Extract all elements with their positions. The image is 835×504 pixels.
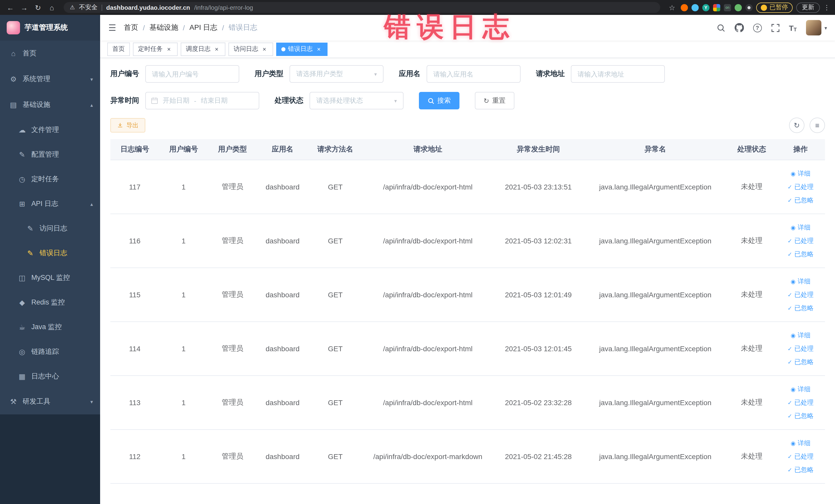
close-icon[interactable]: ×: [213, 45, 220, 53]
hamburger-icon[interactable]: ☰: [108, 22, 116, 33]
tab[interactable]: 访问日志 ×: [228, 42, 273, 56]
log-icon: ⊞: [18, 200, 27, 208]
close-icon[interactable]: ×: [315, 45, 322, 53]
breadcrumb: 首页 / 基础设施 / API 日志 / 错误日志: [124, 23, 258, 32]
sidebar-item-log-center[interactable]: ▦ 日志中心: [0, 364, 100, 389]
fullscreen-icon[interactable]: [771, 23, 779, 32]
detail-link[interactable]: ◉ 详细: [778, 167, 823, 180]
back-icon[interactable]: ←: [5, 2, 15, 13]
mark-processed-link[interactable]: ✓ 已处理: [778, 342, 823, 355]
extension-blue-drop-icon[interactable]: [692, 4, 699, 11]
cell-exception-time: 2021-05-03 12:01:45: [493, 321, 584, 375]
mark-processed-link[interactable]: ✓ 已处理: [778, 449, 823, 463]
sidebar-item-home[interactable]: ⌂ 首页: [0, 41, 100, 66]
tab-label: 定时任务: [138, 45, 163, 54]
date-separator: -: [194, 97, 196, 104]
mark-processed-link[interactable]: ✓ 已处理: [778, 396, 823, 409]
user-type-select[interactable]: 请选择用户类型 ▾: [289, 65, 384, 83]
eye-icon: ◉: [791, 275, 795, 288]
sidebar-item-mysql-monitor[interactable]: ◫ MySQL 监控: [0, 265, 100, 290]
detail-link[interactable]: ◉ 详细: [778, 382, 823, 396]
sidebar-item-infra[interactable]: ▤ 基础设施 ▴: [0, 92, 100, 118]
sidebar-item-redis-monitor[interactable]: ◆ Redis 监控: [0, 290, 100, 315]
security-label[interactable]: 不安全: [79, 3, 98, 12]
browser-menu-icon[interactable]: ⋮: [823, 4, 830, 11]
github-icon[interactable]: [734, 23, 744, 32]
column-settings-button[interactable]: ≡: [810, 118, 825, 133]
extension-teal-icon[interactable]: Y: [702, 4, 710, 11]
breadcrumb-item[interactable]: 基础设施: [149, 23, 178, 32]
breadcrumb-item[interactable]: API 日志: [189, 23, 218, 32]
export-button[interactable]: 导出: [110, 118, 145, 133]
paused-badge[interactable]: 已暂停: [756, 2, 793, 13]
tab[interactable]: 首页 ×: [107, 42, 130, 56]
database-icon: ◫: [18, 274, 27, 282]
sidebar-item-tracing[interactable]: ◎ 链路追踪: [0, 339, 100, 364]
mark-ignored-link[interactable]: ✓ 已忽略: [778, 301, 823, 315]
help-icon[interactable]: ?: [753, 23, 761, 32]
mark-processed-label: 已处理: [794, 342, 814, 355]
detail-link[interactable]: ◉ 详细: [778, 221, 823, 234]
mark-ignored-link[interactable]: ✓ 已忽略: [778, 193, 823, 207]
sidebar-item-access-log[interactable]: ✎ 访问日志: [0, 216, 100, 241]
request-url-input[interactable]: [571, 65, 665, 83]
sidebar-item-dev-tools[interactable]: ⚒ 研发工具 ▾: [0, 389, 100, 415]
check-icon: ✓: [788, 247, 792, 261]
sidebar-item-file-manage[interactable]: ☁ 文件管理: [0, 118, 100, 142]
status-select[interactable]: 请选择处理状态 ▾: [309, 92, 404, 109]
tab[interactable]: 定时任务 ×: [133, 42, 178, 56]
sidebar-item-api-log[interactable]: ⊞ API 日志 ▴: [0, 191, 100, 216]
user-id-input[interactable]: [145, 65, 239, 83]
font-size-icon[interactable]: TT: [789, 23, 797, 32]
extension-grid-icon[interactable]: [713, 4, 720, 11]
extension-green-icon[interactable]: [735, 4, 742, 11]
tab[interactable]: 错误日志 ×: [276, 42, 328, 56]
extension-orange-icon[interactable]: [681, 4, 688, 11]
mark-ignored-link[interactable]: ✓ 已忽略: [778, 409, 823, 422]
breadcrumb-item[interactable]: 首页: [124, 23, 138, 32]
clock-icon: ◷: [18, 175, 27, 183]
detail-link[interactable]: ◉ 详细: [778, 328, 823, 342]
mark-processed-label: 已处理: [794, 180, 814, 193]
reload-icon[interactable]: ↻: [33, 2, 43, 13]
sidebar-item-scheduled-jobs[interactable]: ◷ 定时任务: [0, 167, 100, 191]
detail-link[interactable]: ◉ 详细: [778, 436, 823, 449]
mark-processed-link[interactable]: ✓ 已处理: [778, 180, 823, 193]
cell-request-url: /api/infra/db-doc/export-html: [362, 321, 493, 375]
browser-home-icon[interactable]: ⌂: [47, 2, 57, 13]
sidebar-item-config-manage[interactable]: ✎ 配置管理: [0, 142, 100, 167]
filter-row-2: 异常时间 开始日期 - 结束日期 处理状态 请选择处理状态 ▾: [110, 92, 825, 109]
close-icon[interactable]: ×: [165, 45, 172, 53]
cell-status: 未处理: [727, 214, 776, 267]
mark-ignored-link[interactable]: ✓ 已忽略: [778, 247, 823, 261]
bookmark-star-icon[interactable]: ☆: [667, 2, 677, 13]
font-size-small: T: [794, 26, 797, 32]
address-bar[interactable]: ⚠ 不安全 dashboard.yudao.iocoder.cn /infra/…: [64, 2, 660, 13]
date-range-picker[interactable]: 开始日期 - 结束日期: [145, 92, 259, 109]
search-button[interactable]: 搜索: [419, 92, 460, 109]
mark-ignored-link[interactable]: ✓ 已忽略: [778, 463, 823, 476]
close-icon[interactable]: ×: [261, 45, 268, 53]
refresh-button[interactable]: ↻: [789, 118, 805, 133]
extension-onetab-icon[interactable]: on: [724, 4, 731, 11]
sidebar-item-error-log[interactable]: ✎ 错误日志: [0, 241, 100, 265]
search-icon[interactable]: [716, 23, 725, 32]
reset-button[interactable]: ↻ 重置: [475, 92, 514, 109]
extension-pin-icon[interactable]: [746, 4, 753, 11]
app-name-input[interactable]: [427, 65, 521, 83]
user-menu[interactable]: ▾: [806, 20, 827, 36]
sidebar-item-java-monitor[interactable]: ☕ Java 监控: [0, 315, 100, 339]
mark-ignored-link[interactable]: ✓ 已忽略: [778, 355, 823, 368]
column-header: 操作: [776, 139, 825, 160]
mark-ignored-label: 已忽略: [794, 409, 814, 422]
update-button[interactable]: 更新: [796, 2, 820, 13]
cloud-icon: ☁: [18, 126, 27, 134]
sidebar-item-system[interactable]: ⚙ 系统管理 ▾: [0, 66, 100, 92]
mark-processed-link[interactable]: ✓ 已处理: [778, 234, 823, 247]
chevron-down-icon: ▾: [90, 399, 93, 404]
forward-icon[interactable]: →: [19, 2, 29, 13]
mark-processed-link[interactable]: ✓ 已处理: [778, 288, 823, 301]
detail-link[interactable]: ◉ 详细: [778, 275, 823, 288]
app-logo-row[interactable]: 芋道管理系统: [0, 15, 100, 41]
tab[interactable]: 调度日志 ×: [181, 42, 225, 56]
